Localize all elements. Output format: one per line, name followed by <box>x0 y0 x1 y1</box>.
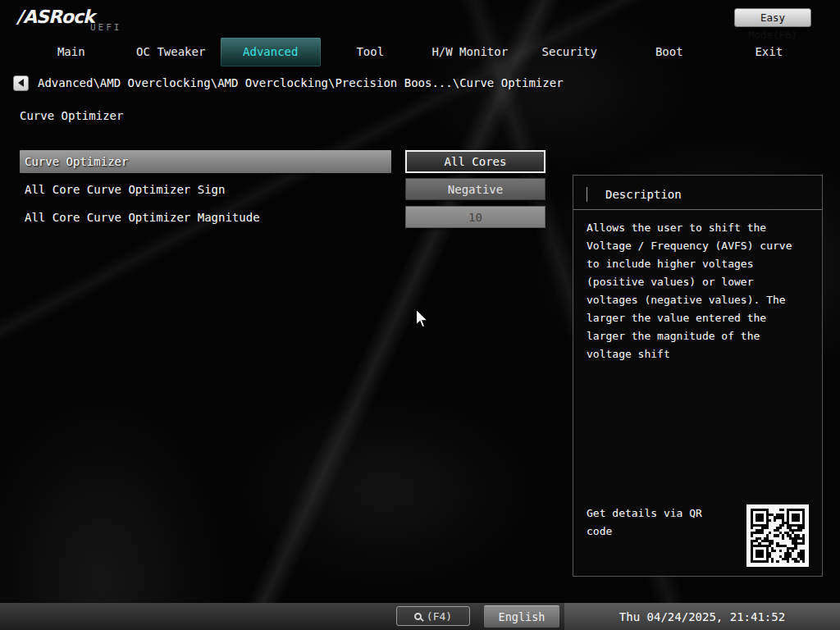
page-title: Curve Optimizer <box>20 109 123 122</box>
tab-boot[interactable]: Boot <box>619 38 719 66</box>
setting-row: All Core Curve Optimizer Sign Negative <box>20 178 546 201</box>
qr-section: Get details via QR code <box>587 504 809 567</box>
uefi-screen: ASRock UEFI Easy Mode(F6) Main OC Tweake… <box>0 0 840 630</box>
description-title-row: Description <box>573 176 822 210</box>
description-title: Description <box>605 188 682 201</box>
qr-code <box>746 504 809 567</box>
datetime-strip: Thu 04/24/2025, 21:41:52 <box>564 603 840 630</box>
back-arrow-icon <box>18 79 24 87</box>
description-text: Allows the user to shift the Voltage / F… <box>573 210 822 363</box>
description-tick <box>587 187 587 202</box>
description-panel: Description Allows the user to shift the… <box>573 175 823 577</box>
curve-optimizer-select[interactable]: All Cores <box>405 150 546 173</box>
breadcrumb: Advanced\AMD Overclocking\AMD Overclocki… <box>38 76 564 89</box>
breadcrumb-row: Advanced\AMD Overclocking\AMD Overclocki… <box>13 75 564 91</box>
mouse-cursor <box>416 309 429 332</box>
setting-row: All Core Curve Optimizer Magnitude 10 <box>20 206 546 229</box>
tab-hw-monitor[interactable]: H/W Monitor <box>420 38 520 66</box>
optimizer-magnitude-input[interactable]: 10 <box>405 206 546 228</box>
settings-list: Curve Optimizer All Cores All Core Curve… <box>20 150 546 234</box>
qr-label: Get details via QR code <box>587 504 724 541</box>
setting-label-optimizer-sign[interactable]: All Core Curve Optimizer Sign <box>20 178 391 201</box>
search-button[interactable]: (F4) <box>396 606 470 626</box>
back-button[interactable] <box>13 75 29 91</box>
tab-tool[interactable]: Tool <box>321 38 421 66</box>
tab-oc-tweaker[interactable]: OC Tweaker <box>121 38 221 66</box>
easy-mode-button[interactable]: Easy Mode(F6) <box>734 8 811 27</box>
tab-exit[interactable]: Exit <box>719 38 819 66</box>
asrock-logo: ASRock <box>16 7 94 27</box>
datetime: Thu 04/24/2025, 21:41:52 <box>619 610 785 623</box>
search-hotkey-label: (F4) <box>427 610 452 623</box>
setting-label-optimizer-magnitude[interactable]: All Core Curve Optimizer Magnitude <box>20 206 391 229</box>
setting-label-curve-optimizer[interactable]: Curve Optimizer <box>20 150 391 173</box>
tab-main[interactable]: Main <box>21 38 121 66</box>
tab-security[interactable]: Security <box>520 38 620 66</box>
uefi-logo-sub: UEFI <box>90 22 122 33</box>
optimizer-sign-select[interactable]: Negative <box>405 178 546 200</box>
search-icon <box>414 613 422 620</box>
setting-row: Curve Optimizer All Cores <box>20 150 546 173</box>
main-menu-tabs: Main OC Tweaker Advanced Tool H/W Monito… <box>21 38 819 66</box>
status-bar: Thu 04/24/2025, 21:41:52 (F4) English <box>0 603 840 630</box>
tab-advanced[interactable]: Advanced <box>221 38 321 66</box>
language-button[interactable]: English <box>484 605 559 628</box>
